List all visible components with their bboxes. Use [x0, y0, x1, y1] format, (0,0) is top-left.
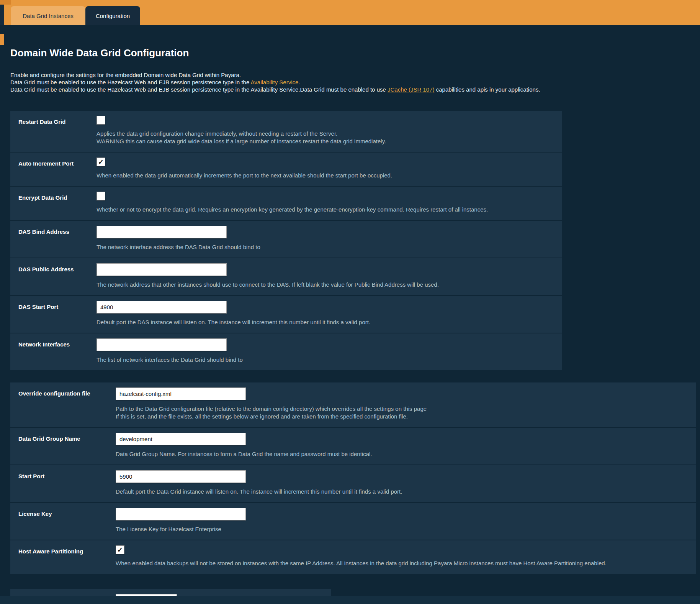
field-help: The network address that other instances…	[96, 281, 562, 289]
field-help: When enabled the data grid automatically…	[96, 172, 562, 179]
network-settings-panel: Restart Data Grid Applies the data grid …	[10, 111, 562, 370]
field-label: DAS Public Address	[18, 263, 96, 272]
field-help: Default port the Data Grid instance will…	[116, 488, 696, 496]
left-edge-notch	[0, 34, 4, 45]
header-bar: Data Grid Instances Configuration	[0, 0, 700, 25]
header-corner-decoration	[0, 0, 11, 5]
tab-bar: Data Grid Instances Configuration	[11, 6, 140, 25]
start-port-input[interactable]	[116, 470, 246, 483]
row-data-grid-group-name: Data Grid Group Name Data Grid Group Nam…	[10, 427, 696, 464]
row-start-port: Start Port Default port the Data Grid in…	[10, 464, 696, 502]
field-label: DAS Start Port	[18, 301, 96, 310]
field-label: Encrypt Data Grid	[18, 192, 96, 201]
row-license-key: License Key The License Key for Hazelcas…	[10, 502, 696, 540]
grid-settings-panel: Override configuration file Path to the …	[10, 382, 696, 574]
field-help: Data Grid Group Name. For instances to f…	[116, 450, 696, 458]
field-label: Data Grid Group Name	[18, 433, 116, 442]
field-help: Path to the Data Grid configuration file…	[116, 405, 696, 420]
field-label: Start Port	[18, 470, 116, 479]
field-label: Host Aware Partitioning	[18, 545, 116, 555]
encrypt-data-grid-checkbox[interactable]	[96, 192, 105, 200]
field-label: Override configuration file	[18, 387, 116, 397]
row-host-aware-partitioning: Host Aware Partitioning ✓ When enabled d…	[10, 540, 696, 574]
footer-strip	[0, 596, 700, 604]
intro-line-2: Data Grid must be enabled to use the Haz…	[10, 79, 700, 86]
restart-data-grid-checkbox[interactable]	[96, 116, 105, 125]
field-help: The network interface address the DAS Da…	[96, 243, 562, 251]
header-left-strip	[0, 5, 4, 25]
row-das-public-address: DAS Public Address The network address t…	[10, 258, 562, 295]
availability-service-link[interactable]: Availability Service	[251, 79, 299, 85]
intro-text: Enable and configure the settings for th…	[10, 71, 700, 93]
field-label: License Key	[18, 508, 116, 517]
intro-line-1: Enable and configure the settings for th…	[10, 71, 700, 79]
field-help: The License Key for Hazelcast Enterprise	[116, 525, 696, 533]
main-content: Domain Wide Data Grid Configuration Enab…	[0, 47, 700, 604]
field-help: The list of network interfaces the Data …	[96, 356, 562, 364]
jcache-link[interactable]: JCache (JSR 107)	[388, 86, 435, 93]
host-aware-partitioning-checkbox[interactable]: ✓	[116, 545, 124, 554]
row-restart-data-grid: Restart Data Grid Applies the data grid …	[10, 111, 562, 152]
das-public-address-input[interactable]	[96, 263, 227, 276]
row-das-start-port: DAS Start Port Default port the DAS inst…	[10, 295, 562, 333]
row-override-configuration-file: Override configuration file Path to the …	[10, 382, 696, 427]
auto-increment-port-checkbox[interactable]: ✓	[96, 158, 105, 166]
row-encrypt-data-grid: Encrypt Data Grid Whether or not to encr…	[10, 186, 562, 220]
das-bind-address-input[interactable]	[96, 226, 227, 238]
row-auto-increment-port: Auto Increment Port ✓ When enabled the d…	[10, 152, 562, 186]
row-network-interfaces: Network Interfaces The list of network i…	[10, 333, 562, 370]
tab-label: Data Grid Instances	[23, 13, 74, 19]
tab-data-grid-instances[interactable]: Data Grid Instances	[11, 6, 85, 25]
field-label: Auto Increment Port	[18, 158, 96, 167]
field-help: Whether or not to encrypt the data grid.…	[96, 206, 562, 213]
field-help: Default port the DAS instance will liste…	[96, 318, 562, 326]
intro-line-3: Data Grid must be enabled to use the Haz…	[10, 86, 700, 93]
row-das-bind-address: DAS Bind Address The network interface a…	[10, 220, 562, 258]
field-help: When enabled data backups will not be st…	[116, 560, 696, 567]
field-label: Restart Data Grid	[18, 116, 96, 125]
page-title: Domain Wide Data Grid Configuration	[10, 47, 700, 59]
override-configuration-file-input[interactable]	[116, 387, 246, 400]
das-start-port-input[interactable]	[96, 301, 227, 313]
field-label: DAS Bind Address	[18, 226, 96, 235]
license-key-input[interactable]	[116, 508, 246, 520]
tab-label: Configuration	[96, 13, 130, 19]
field-label: Network Interfaces	[18, 338, 96, 348]
field-help: Applies the data grid configuration chan…	[96, 130, 562, 145]
network-interfaces-input[interactable]	[96, 338, 227, 351]
data-grid-group-name-input[interactable]	[116, 433, 246, 445]
tab-configuration[interactable]: Configuration	[85, 6, 140, 25]
